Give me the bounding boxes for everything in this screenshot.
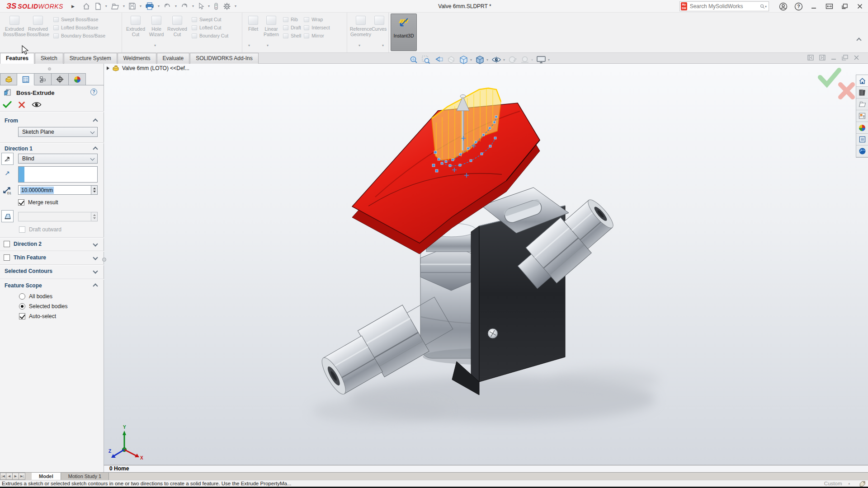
boundary-cut-button[interactable]: Boundary Cut [192, 33, 228, 38]
tab-solidworks-add-ins[interactable]: SOLIDWORKS Add-Ins [190, 53, 258, 64]
tab-dimxpert[interactable] [52, 73, 69, 85]
rib-button[interactable]: Rib [283, 17, 301, 22]
display-style-caret[interactable]: ▾ [486, 58, 488, 62]
breadcrumb-label[interactable]: Valve 6mm (LOTO) <<Def... [122, 65, 189, 71]
tab-scroll-first-button[interactable]: |◀ [0, 473, 6, 480]
merge-result-checkbox[interactable] [18, 199, 24, 206]
mirror-button[interactable]: Mirror [304, 33, 330, 38]
instant3d-button[interactable]: Instant3D [391, 14, 417, 51]
redo-button[interactable] [179, 2, 190, 11]
save-caret[interactable]: ▾ [140, 4, 142, 8]
pm-preview-eye-button[interactable] [32, 101, 42, 108]
units-selector[interactable]: Custom [824, 480, 842, 487]
zoom-to-fit-button[interactable] [409, 55, 418, 64]
panel-splitter-handle[interactable] [102, 258, 106, 262]
thin-feature-expand-chevron[interactable] [93, 255, 98, 260]
select-caret[interactable]: ▾ [208, 4, 210, 8]
curves-button[interactable]: Curves [372, 14, 387, 52]
revolved-cut-button[interactable]: Revolved Cut [166, 14, 188, 52]
view-settings-button[interactable] [536, 55, 546, 64]
print-button[interactable] [144, 1, 156, 11]
open-button[interactable] [109, 1, 121, 11]
collapse-pane-left-button[interactable] [807, 55, 814, 61]
direction-reference-selection-box[interactable] [18, 166, 98, 183]
reference-geometry-caret[interactable]: ▾ [359, 43, 360, 47]
section-selected-contours[interactable]: Selected Contours [5, 268, 52, 274]
tab-model[interactable]: Model [32, 473, 61, 480]
linear-pattern-caret[interactable]: ▾ [267, 43, 269, 47]
linear-pattern-button[interactable]: Linear Pattern [261, 14, 281, 52]
direction2-expand-chevron[interactable] [93, 241, 98, 246]
panel-resize-handle[interactable] [48, 67, 51, 70]
edit-appearance-button[interactable] [508, 55, 517, 64]
tab-feature-tree[interactable] [0, 73, 17, 85]
hide-show-items-caret[interactable]: ▾ [503, 58, 505, 62]
search-caret[interactable]: ▾ [765, 5, 767, 9]
open-caret[interactable]: ▾ [123, 4, 125, 8]
direction2-checkbox[interactable] [4, 241, 10, 247]
rebuild-button[interactable] [212, 1, 220, 11]
search-input[interactable] [690, 3, 760, 9]
tab-scroll-prev-button[interactable]: ◀ [6, 473, 13, 480]
undo-button[interactable] [162, 2, 173, 11]
tab-structure-system[interactable]: Structure System [64, 53, 117, 64]
extruded-cut-button[interactable]: Extruded Cut [125, 14, 146, 52]
selected-bodies-radio[interactable] [19, 303, 25, 310]
draft-button[interactable]: Draft [283, 25, 301, 30]
boundary-boss-base-button[interactable]: Boundary Boss/Base [53, 33, 105, 38]
start-condition-dropdown[interactable]: Sketch Plane [18, 127, 98, 137]
model-3d-valve[interactable] [104, 64, 868, 472]
hole-wizard-button[interactable]: Hole Wizard [146, 14, 166, 52]
3dexperience-button[interactable] [856, 145, 868, 157]
swept-cut-button[interactable]: Swept Cut [192, 17, 228, 22]
home-button[interactable] [81, 1, 92, 11]
fillet-button[interactable]: Fillet [245, 14, 261, 52]
graphics-area[interactable]: Y X Z 0 Home [104, 64, 868, 472]
all-bodies-radio[interactable] [19, 293, 25, 300]
intersect-button[interactable]: Intersect [304, 25, 330, 30]
user-account-button[interactable] [778, 1, 788, 11]
view-orientation-caret[interactable]: ▾ [470, 58, 472, 62]
swept-boss-base-button[interactable]: Swept Boss/Base [53, 17, 105, 22]
options-caret[interactable]: ▾ [235, 4, 236, 8]
minimize-button[interactable] [808, 1, 819, 11]
lofted-cut-button[interactable]: Lofted Cut [192, 25, 228, 30]
apply-scene-caret[interactable]: ▾ [531, 58, 533, 62]
direction2-row[interactable]: Direction 2 [4, 241, 42, 247]
tab-scroll-last-button[interactable]: ▶| [19, 473, 25, 480]
apply-scene-button[interactable] [520, 55, 529, 64]
end-condition-dropdown[interactable]: Blind [18, 154, 98, 164]
span-displays-button[interactable] [824, 1, 835, 11]
pm-cancel-button[interactable] [18, 101, 25, 108]
confirm-cancel-icon[interactable] [840, 84, 853, 97]
tab-evaluate[interactable]: Evaluate [157, 53, 190, 64]
shell-button[interactable]: Shell [283, 33, 301, 38]
revolved-boss-base-button[interactable]: Revolved Boss/Base [26, 14, 50, 52]
new-document-caret[interactable]: ▾ [105, 4, 107, 8]
search-box[interactable]: MySW ▾ [679, 1, 769, 11]
tab-display-manager[interactable] [69, 73, 86, 85]
tab-sketch[interactable]: Sketch [35, 53, 63, 64]
view-palette-button[interactable] [856, 110, 868, 122]
from-collapse-chevron[interactable] [93, 118, 98, 123]
pm-help-button[interactable]: ? [90, 89, 97, 95]
collapse-pane-right-button[interactable] [819, 55, 826, 61]
units-caret[interactable]: ▴ [848, 480, 850, 487]
thin-feature-row[interactable]: Thin Feature [4, 254, 46, 261]
task-pane-home-button[interactable] [856, 75, 868, 87]
options-button[interactable] [222, 1, 232, 11]
confirm-ok-icon[interactable] [820, 70, 839, 84]
curves-caret[interactable]: ▾ [382, 43, 384, 47]
lofted-boss-base-button[interactable]: Lofted Boss/Base [53, 25, 105, 30]
merge-result-row[interactable]: Merge result [18, 199, 58, 206]
tab-property-manager[interactable] [17, 73, 34, 85]
thin-feature-checkbox[interactable] [4, 254, 10, 261]
undo-caret[interactable]: ▾ [175, 4, 177, 8]
search-icon[interactable] [760, 3, 765, 10]
feature-tree-breadcrumb[interactable]: Valve 6mm (LOTO) <<Def... [107, 65, 189, 71]
save-button[interactable] [127, 1, 137, 11]
auto-select-checkbox[interactable] [19, 313, 25, 319]
tab-scroll-next-button[interactable]: ▶ [13, 473, 19, 480]
hole-wizard-caret[interactable]: ▾ [154, 43, 156, 47]
pm-ok-button[interactable] [3, 101, 12, 108]
